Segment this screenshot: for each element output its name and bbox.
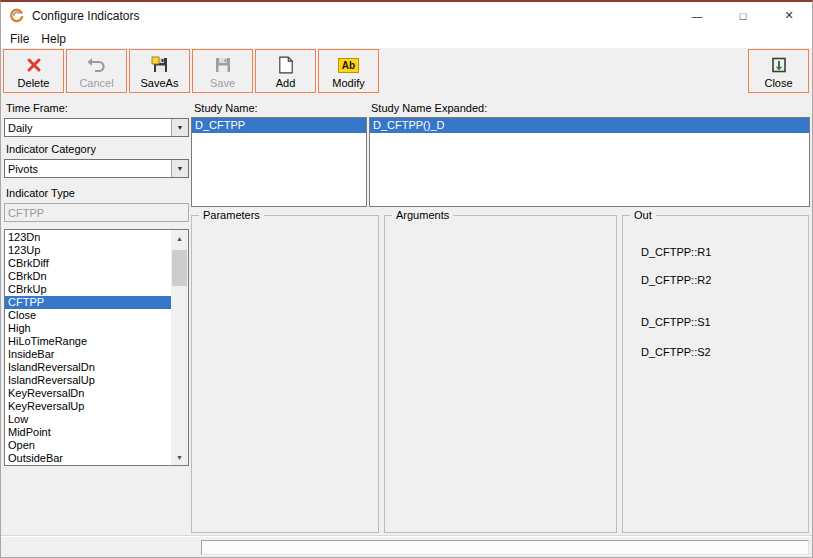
list-item[interactable]: IslandReversalUp [5, 374, 171, 387]
scroll-up-icon[interactable]: ▲ [171, 230, 188, 246]
close-exit-icon [770, 55, 788, 75]
minimize-button[interactable]: — [674, 2, 720, 29]
undo-icon [87, 55, 107, 75]
status-bar-divider [1, 535, 812, 536]
window-title: Configure Indicators [32, 9, 139, 23]
list-item[interactable]: IslandReversalDn [5, 361, 171, 374]
indicator-category-value: Pivots [5, 163, 171, 175]
study-name-expanded-selected-row[interactable]: D_CFTPP()_D [370, 118, 809, 133]
out-item: D_CFTPP::R1 [641, 246, 711, 258]
maximize-button[interactable]: □ [720, 2, 766, 29]
parameters-groupbox: Parameters [191, 215, 379, 533]
out-item: D_CFTPP::R2 [641, 274, 711, 286]
toolbar: Delete Cancel SaveAs [1, 48, 812, 97]
menu-help[interactable]: Help [35, 32, 72, 46]
time-frame-value: Daily [5, 122, 171, 134]
close-button-label: Close [764, 77, 792, 89]
list-item[interactable]: KeyReversalUp [5, 400, 171, 413]
modify-button[interactable]: Ab Modify [318, 49, 379, 93]
app-icon [9, 8, 24, 23]
arguments-groupbox: Arguments [384, 215, 617, 533]
list-item[interactable]: CBrkDiff [5, 257, 171, 270]
configure-indicators-window: Configure Indicators — □ ✕ File Help Del… [0, 0, 813, 558]
out-item: D_CFTPP::S1 [641, 316, 711, 328]
indicator-type-field[interactable]: CFTPP [4, 203, 189, 222]
indicator-category-label: Indicator Category [6, 143, 96, 155]
add-button[interactable]: Add [255, 49, 316, 93]
title-bar: Configure Indicators — □ ✕ [1, 2, 812, 29]
close-button[interactable]: Close [748, 49, 809, 93]
save-button-label: Save [210, 77, 235, 89]
delete-button[interactable]: Delete [3, 49, 64, 93]
list-item[interactable]: MidPoint [5, 426, 171, 439]
delete-button-label: Delete [18, 77, 50, 89]
menu-file[interactable]: File [4, 32, 35, 46]
delete-x-icon [26, 55, 42, 75]
menu-bar: File Help [1, 29, 812, 48]
list-item[interactable]: KeyReversalDn [5, 387, 171, 400]
add-document-icon [278, 55, 294, 75]
save-button[interactable]: Save [192, 49, 253, 93]
list-item[interactable]: Low [5, 413, 171, 426]
list-item[interactable]: Close [5, 309, 171, 322]
status-field [201, 540, 809, 555]
indicator-category-select[interactable]: Pivots ▼ [4, 159, 189, 178]
study-name-label: Study Name: [194, 102, 258, 114]
arguments-groupbox-label: Arguments [392, 209, 453, 221]
indicator-type-label: Indicator Type [6, 187, 75, 199]
scrollbar-thumb[interactable] [172, 250, 187, 286]
study-name-expanded-label: Study Name Expanded: [371, 102, 487, 114]
window-controls: — □ ✕ [674, 2, 812, 29]
list-item-selected[interactable]: CFTPP [5, 296, 171, 309]
list-item[interactable]: HiLoTimeRange [5, 335, 171, 348]
indicator-type-value: CFTPP [8, 207, 44, 219]
parameters-groupbox-label: Parameters [199, 209, 264, 221]
save-icon [214, 55, 232, 75]
out-groupbox-label: Out [630, 209, 656, 221]
modify-ab-icon: Ab [338, 55, 359, 75]
save-as-button-label: SaveAs [141, 77, 179, 89]
modify-button-label: Modify [332, 77, 364, 89]
list-item[interactable]: Open [5, 439, 171, 452]
save-as-button[interactable]: SaveAs [129, 49, 190, 93]
out-item: D_CFTPP::S2 [641, 346, 711, 358]
list-item[interactable]: 123Dn [5, 231, 171, 244]
study-name-list: D_CFTPP [191, 117, 367, 207]
list-item[interactable]: High [5, 322, 171, 335]
list-item[interactable]: 123Up [5, 244, 171, 257]
chevron-down-icon[interactable]: ▼ [171, 119, 188, 136]
list-item[interactable]: CBrkDn [5, 270, 171, 283]
indicator-list-scrollbar[interactable]: ▲ ▼ [171, 230, 188, 465]
cancel-button[interactable]: Cancel [66, 49, 127, 93]
indicator-type-list: 123Dn 123Up CBrkDiff CBrkDn CBrkUp CFTPP… [4, 229, 189, 466]
study-name-selected-row[interactable]: D_CFTPP [192, 118, 366, 133]
list-item[interactable]: OutsideBar [5, 452, 171, 465]
study-name-expanded-list: D_CFTPP()_D [369, 117, 810, 207]
add-button-label: Add [276, 77, 296, 89]
cancel-button-label: Cancel [79, 77, 113, 89]
close-window-button[interactable]: ✕ [766, 2, 812, 29]
chevron-down-icon[interactable]: ▼ [171, 160, 188, 177]
indicator-type-list-items: 123Dn 123Up CBrkDiff CBrkDn CBrkUp CFTPP… [5, 231, 171, 465]
time-frame-select[interactable]: Daily ▼ [4, 118, 189, 137]
time-frame-label: Time Frame: [6, 102, 68, 114]
list-item[interactable]: InsideBar [5, 348, 171, 361]
scroll-down-icon[interactable]: ▼ [171, 449, 188, 465]
save-as-icon [151, 55, 169, 75]
out-groupbox: Out D_CFTPP::R1 D_CFTPP::R2 D_CFTPP::S1 … [622, 215, 809, 533]
list-item[interactable]: CBrkUp [5, 283, 171, 296]
